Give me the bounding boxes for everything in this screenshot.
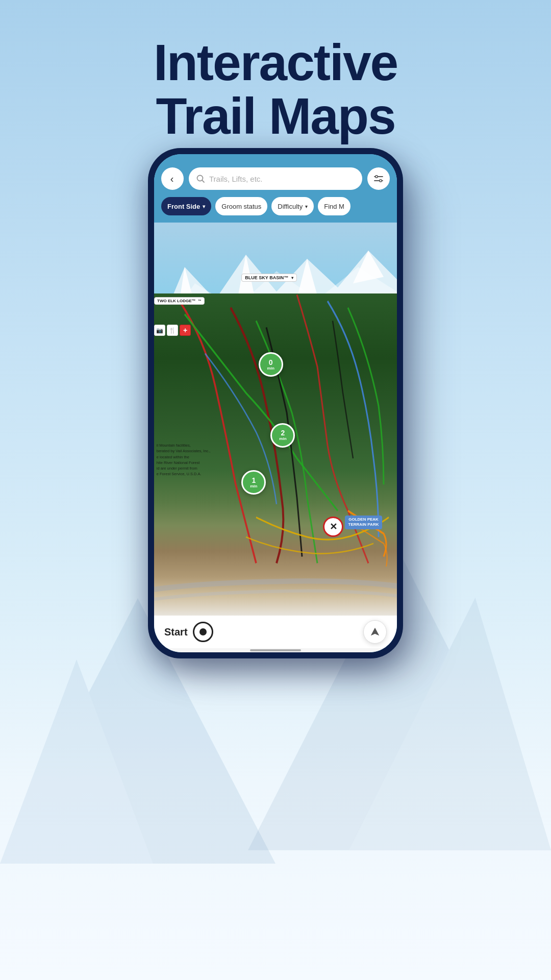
chip-find-more[interactable]: Find M [318, 197, 350, 215]
title-line1: Interactive [0, 36, 551, 89]
map-legal-text: il Mountain facilities, berated by Vail … [157, 443, 211, 477]
chip-front-side-label: Front Side [167, 203, 200, 210]
home-bar [250, 649, 301, 651]
phone-wrapper: ‹ Trails, Lifts, etc. [148, 148, 403, 658]
chip-find-more-label: Find M [324, 203, 344, 210]
chip-difficulty[interactable]: Difficulty ▾ [271, 197, 314, 215]
time-badge-0min-unit: min [267, 366, 274, 371]
time-badge-0min-number: 0 [269, 359, 273, 366]
time-badge-2min: 2 min [270, 423, 295, 448]
chip-groom-status-label: Groom status [221, 203, 261, 210]
navigation-button[interactable] [363, 620, 387, 644]
facility-camera-icon: 📷 [154, 325, 165, 336]
status-bar [154, 154, 397, 161]
title-area: Interactive Trail Maps [0, 36, 551, 143]
chip-groom-status[interactable]: Groom status [215, 197, 267, 215]
title-line2: Trail Maps [0, 89, 551, 143]
svg-point-9 [380, 180, 382, 182]
filter-chips-row: Front Side ▾ Groom status Difficulty ▾ F… [154, 194, 397, 223]
label-golden-peak: GOLDEN PEAKTERRAIN PARK [345, 516, 383, 529]
sliders-icon [373, 174, 384, 183]
start-circle-icon [193, 622, 213, 642]
start-dot-icon [199, 628, 207, 635]
back-button[interactable]: ‹ [161, 167, 184, 190]
time-badge-1min-number: 1 [252, 477, 256, 484]
svg-point-8 [375, 176, 378, 178]
map-area[interactable]: BLUE SKY BASIN™ ▾ TWO ELK LODGE™ ™ 📷 🍴 +… [154, 223, 397, 616]
filter-button[interactable] [367, 167, 390, 190]
closed-marker: ✕ [323, 517, 343, 537]
phone-screen: ‹ Trails, Lifts, etc. [154, 154, 397, 652]
chip-front-side[interactable]: Front Side ▾ [161, 197, 211, 215]
navigation-arrow-icon [369, 626, 381, 638]
start-button[interactable]: Start [164, 622, 213, 642]
closed-x-icon: ✕ [330, 521, 337, 532]
search-area: ‹ Trails, Lifts, etc. [154, 161, 397, 194]
home-indicator [154, 648, 397, 652]
svg-marker-16 [371, 628, 380, 636]
search-bar[interactable]: Trails, Lifts, etc. [189, 167, 362, 190]
search-icon [196, 174, 205, 183]
label-two-elk: TWO ELK LODGE™ ™ [154, 297, 205, 305]
back-chevron-icon: ‹ [170, 173, 174, 185]
chip-difficulty-chevron: ▾ [305, 204, 308, 209]
search-placeholder: Trails, Lifts, etc. [209, 175, 262, 183]
svg-line-5 [202, 180, 204, 182]
time-badge-2min-unit: min [279, 436, 286, 441]
facility-icons: 📷 🍴 + [154, 325, 191, 336]
phone-frame: ‹ Trails, Lifts, etc. [148, 148, 403, 658]
chip-front-side-chevron: ▾ [203, 204, 205, 209]
facility-food-icon: 🍴 [167, 325, 178, 336]
time-badge-1min-unit: min [250, 484, 257, 488]
chip-difficulty-label: Difficulty [278, 203, 303, 210]
time-badge-0min: 0 min [259, 352, 283, 377]
time-badge-2min-number: 2 [281, 429, 285, 436]
bottom-bar: Start [154, 616, 397, 648]
label-blue-sky: BLUE SKY BASIN™ ▾ [241, 274, 296, 282]
start-label: Start [164, 626, 188, 638]
facility-medical-icon: + [180, 325, 191, 336]
